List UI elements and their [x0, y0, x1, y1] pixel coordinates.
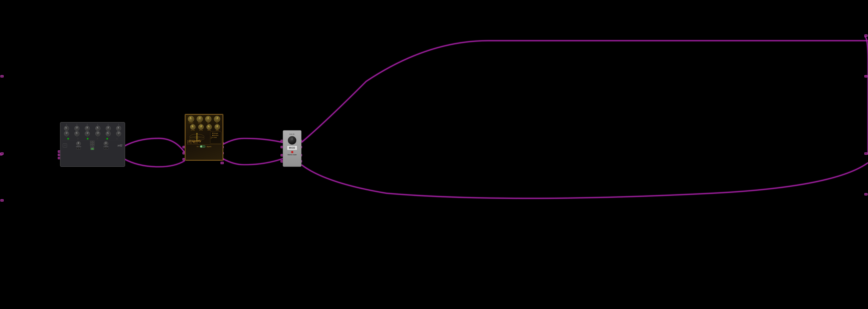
lowpass-section: LowPass OFF — [103, 142, 108, 149]
enable-btn-3[interactable] — [90, 143, 92, 144]
wet-knob-wrap: Wet — [205, 116, 211, 123]
highpass-knob[interactable] — [76, 142, 81, 146]
svg-rect-16 — [221, 162, 223, 164]
eq-band-3: F 0 V — [82, 124, 92, 137]
eq-led-4 — [97, 138, 98, 140]
eq-led-6 — [116, 138, 118, 140]
eq-band6-knob-top[interactable] — [116, 125, 121, 131]
svg-rect-29 — [1, 75, 3, 77]
eq-logo: ⬡ — [63, 144, 67, 148]
highpass-section: HighPass OFF — [76, 142, 81, 149]
df-footer: On Bypass — [187, 145, 221, 148]
eq-band1-knob-top[interactable] — [63, 125, 70, 132]
dragonfly-title: Dragonfly Plate · Reverb — [189, 140, 201, 144]
enable-btn-1[interactable] — [90, 141, 92, 143]
hicut-knob-wrap: Hi-Cut — [198, 124, 204, 131]
enable-btn-5[interactable] — [90, 145, 92, 146]
dry-knob[interactable] — [213, 115, 221, 123]
svg-rect-31 — [1, 199, 3, 202]
decay-knob-wrap: Decay — [197, 116, 203, 123]
svg-point-37 — [196, 133, 198, 134]
lowpass-knob[interactable] — [104, 142, 108, 146]
enable-btn-4[interactable] — [92, 143, 94, 144]
enable-btn-2[interactable] — [92, 141, 94, 143]
dragonfly-body: Dragonfly Plate · Reverb — [189, 132, 210, 144]
mod-button[interactable]: MOD — [287, 146, 298, 150]
type-simple-radio — [212, 133, 213, 134]
dry-knob-wrap: Dry — [214, 116, 220, 123]
eq-band-2: F +2 V — [72, 124, 82, 137]
eq-band-6: F -1 V — [114, 124, 123, 137]
enable-section: Enable ON — [90, 141, 94, 150]
eq-led-5 — [106, 138, 108, 140]
type-panel: Type Simple Nested Tank — [210, 132, 221, 144]
decay-knob[interactable] — [196, 116, 203, 123]
gain-knob[interactable] — [288, 136, 297, 145]
enable-toggle[interactable]: ON — [91, 148, 94, 150]
predelay-knob[interactable] — [187, 115, 195, 123]
eq-led-1 — [67, 138, 69, 140]
type-tank-radio — [212, 137, 213, 138]
highpass-toggle[interactable]: OFF — [76, 147, 81, 149]
width-knob-wrap: Width — [215, 124, 220, 131]
wet-knob[interactable] — [205, 116, 212, 122]
hicut-knob[interactable] — [197, 123, 204, 130]
type-nested[interactable]: Nested — [212, 135, 220, 136]
eq-band4-knob-bot[interactable] — [95, 131, 101, 136]
svg-rect-27 — [865, 153, 867, 155]
eq-band6-knob-bot[interactable] — [115, 130, 122, 137]
svg-rect-25 — [865, 35, 867, 37]
locut-knob-wrap: Lo-Cut — [190, 124, 195, 131]
eq-module: G +4 V F +2 V F 0 V — [60, 122, 125, 167]
svg-rect-26 — [865, 75, 867, 77]
locut-knob[interactable] — [190, 124, 196, 130]
eq-multiplier-label: x42 — [118, 144, 122, 147]
svg-rect-0 — [0, 153, 2, 155]
eq-band1-knob-bot[interactable] — [63, 131, 70, 137]
predelay-knob-wrap: Predelay — [188, 116, 194, 123]
width-knob[interactable] — [214, 124, 220, 130]
stereo-gain-module: GAIN MOD Stereo Gain — [283, 130, 302, 167]
gain-section: GAIN — [284, 132, 300, 145]
eq-band3-knob-top[interactable] — [85, 126, 90, 131]
type-simple[interactable]: Simple — [212, 133, 220, 134]
damp-knob-wrap: Damp — [207, 124, 212, 131]
eq-band2-knob-bot[interactable] — [74, 131, 80, 136]
type-tank[interactable]: Tank — [212, 137, 220, 138]
eq-band2-knob-top[interactable] — [74, 125, 80, 131]
eq-led-3 — [87, 138, 88, 140]
enable-btn-6[interactable] — [92, 145, 94, 146]
onbypass-toggle[interactable] — [200, 145, 206, 148]
damp-knob[interactable] — [206, 123, 213, 131]
svg-rect-30 — [1, 153, 3, 155]
eq-band-5: F +1 V — [103, 124, 113, 137]
sg-led — [291, 151, 293, 153]
sg-title: Stereo Gain — [284, 154, 300, 156]
eq-band-4: F -2 V — [93, 124, 103, 137]
type-nested-radio — [212, 135, 213, 136]
dragonfly-reverb: Predelay Decay Wet Dry Shape — [185, 114, 223, 161]
eq-band-1: G +4 V — [62, 124, 71, 137]
lowpass-toggle[interactable]: OFF — [104, 147, 108, 149]
eq-band3-knob-bot[interactable] — [84, 130, 91, 137]
eq-band4-knob-top[interactable] — [95, 125, 101, 132]
shape-label: Shape — [187, 124, 189, 144]
svg-rect-28 — [865, 193, 867, 195]
eq-led-2 — [77, 138, 79, 140]
eq-band5-knob-top[interactable] — [105, 126, 111, 131]
eq-band5-knob-bot[interactable] — [105, 130, 112, 137]
